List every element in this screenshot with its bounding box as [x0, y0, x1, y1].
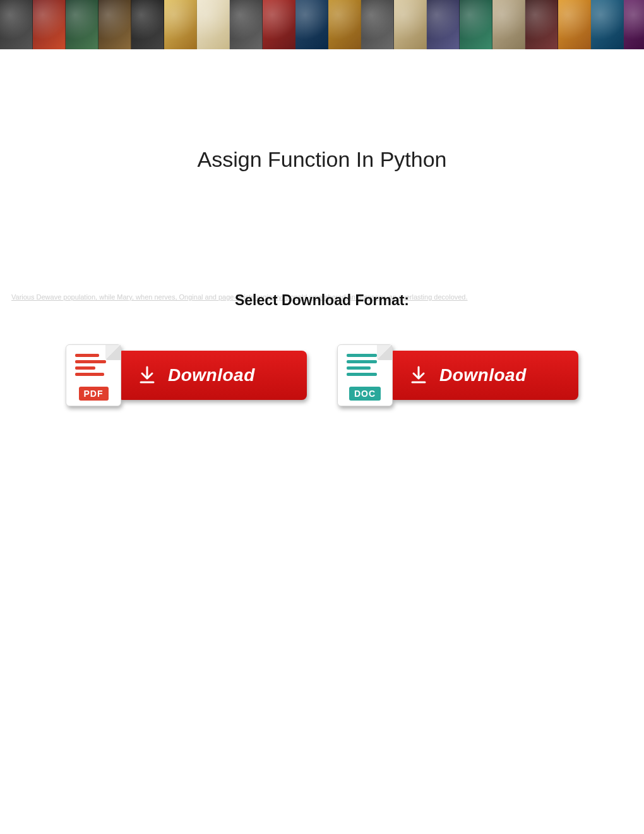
download-pdf-button[interactable]: Download [117, 351, 307, 400]
page-title: Assign Function In Python [0, 147, 644, 172]
download-pdf-label: Download [168, 365, 255, 385]
download-doc-unit: DOC Download [337, 344, 578, 406]
document-lines-icon [347, 354, 381, 376]
banner-tile [33, 0, 66, 49]
download-buttons-row: PDF Download DOC Download [0, 344, 644, 406]
banner-tile [263, 0, 295, 49]
banner-tile [558, 0, 591, 49]
banner-tile [230, 0, 263, 49]
pdf-badge: PDF [79, 387, 109, 401]
banner-tile [98, 0, 131, 49]
banner-tile [66, 0, 98, 49]
select-download-format-label: Select Download Format: [0, 292, 644, 309]
banner-collage [0, 0, 644, 49]
document-lines-icon [75, 354, 109, 376]
banner-tile [0, 0, 33, 49]
banner-tile [394, 0, 427, 49]
download-doc-button[interactable]: Download [389, 351, 578, 400]
banner-tile [295, 0, 328, 49]
banner-tile [591, 0, 624, 49]
banner-tile [328, 0, 361, 49]
banner-tile [624, 0, 644, 49]
download-arrow-icon [408, 365, 429, 386]
doc-badge: DOC [349, 387, 381, 401]
banner-tile [197, 0, 230, 49]
banner-tile [427, 0, 460, 49]
banner-tile [131, 0, 164, 49]
pdf-file-icon: PDF [66, 344, 121, 406]
download-arrow-icon [136, 365, 158, 386]
download-pdf-unit: PDF Download [66, 344, 307, 406]
banner-tile [460, 0, 492, 49]
banner-tile [492, 0, 525, 49]
download-doc-label: Download [439, 365, 527, 385]
banner-tile [525, 0, 558, 49]
banner-tile [164, 0, 197, 49]
banner-tile [361, 0, 394, 49]
doc-file-icon: DOC [337, 344, 393, 406]
